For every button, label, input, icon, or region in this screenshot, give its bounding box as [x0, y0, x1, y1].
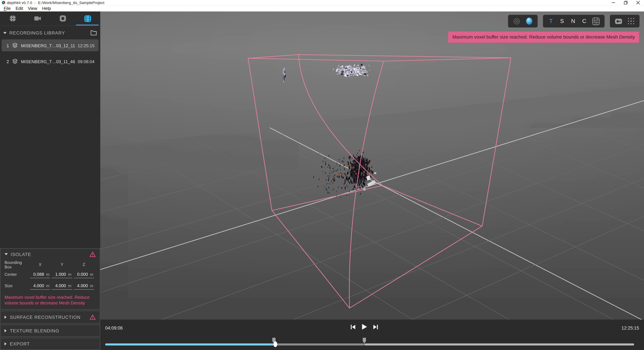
size-y-input[interactable]: 4.000m — [52, 282, 72, 290]
timeline-rest-segment — [364, 344, 634, 346]
surface-reconstruction-panel: SURFACE RECONSTRUCTION — [0, 311, 100, 324]
size-y-value: 4.000 — [55, 283, 66, 288]
viewport-toolbar: T S N C — [508, 15, 640, 27]
open-folder-icon[interactable] — [90, 30, 97, 36]
recording-duration: 09:08:04 — [78, 59, 94, 64]
bounding-box-label: Bounding Box — [4, 260, 30, 269]
sidebar: RECORDINGS LIBRARY 1 M — [0, 11, 100, 350]
recording-item[interactable]: 2 MISENBERG_T…03_11_46_16 09:08:04 — [2, 55, 98, 67]
depthkit-logo-icon — [2, 1, 5, 4]
isolate-header[interactable]: ISOLATE — [0, 249, 100, 259]
timeline[interactable] — [105, 338, 634, 349]
minimize-button[interactable] — [607, 0, 619, 5]
center-x-input[interactable]: 0.088m — [30, 271, 50, 278]
size-label: Size — [4, 283, 30, 290]
mesh-mode-button[interactable] — [523, 15, 535, 27]
sidebar-tabs — [0, 11, 100, 25]
recordings-library-header[interactable]: RECORDINGS LIBRARY — [0, 29, 100, 39]
recordings-library-title: RECORDINGS LIBRARY — [10, 30, 65, 35]
size-x-input[interactable]: 4.000m — [30, 282, 50, 290]
center-row: Center 0.088m 1.000m 0.000m — [0, 269, 100, 278]
app-window: depthkit v0.7.0 - E:/Work/MIsenberg_6s_S… — [0, 0, 644, 350]
center-z-value: 0.000 — [77, 271, 88, 276]
export-header[interactable]: EXPORT — [0, 338, 100, 350]
camera-view-button[interactable] — [612, 15, 624, 27]
texture-mode-t[interactable]: T — [546, 18, 556, 24]
pointcloud-mode-button[interactable] — [510, 15, 523, 27]
play-button[interactable] — [362, 324, 367, 330]
texture-mode-c[interactable]: C — [579, 18, 590, 24]
unit-label: m — [68, 272, 71, 277]
axis-x-label: X — [30, 262, 50, 267]
center-y-value: 1.000 — [55, 271, 66, 276]
menu-help[interactable]: Help — [40, 5, 54, 11]
size-z-input[interactable]: 4.000m — [74, 282, 94, 290]
titlebar: depthkit v0.7.0 - E:/Work/MIsenberg_6s_S… — [0, 0, 644, 5]
isolate-panel: ISOLATE Bounding Box X Y Z Center — [0, 248, 100, 310]
close-button[interactable] — [632, 0, 644, 5]
export-title: EXPORT — [10, 342, 30, 346]
tab-photo[interactable] — [50, 11, 75, 25]
window-title: depthkit v0.7.0 - E:/Work/MIsenberg_6s_S… — [7, 1, 104, 5]
voxel-buffer-warning-banner: Maximum voxel buffer size reached. Reduc… — [448, 32, 639, 43]
size-z-value: 4.000 — [77, 283, 88, 288]
expand-triangle-icon — [4, 316, 6, 319]
wireframe-toggle-button[interactable] — [590, 15, 602, 27]
skip-to-end-button[interactable] — [373, 324, 378, 329]
collapse-triangle-icon — [4, 253, 8, 255]
tab-camera[interactable] — [25, 11, 50, 25]
texture-blending-panel: TEXTURE BLENDING — [0, 325, 100, 337]
pointcloud-icon — [513, 17, 520, 25]
view-options-group — [610, 15, 640, 27]
menu-edit[interactable]: Edit — [13, 5, 26, 11]
menu-file[interactable]: File — [1, 5, 13, 11]
texture-mode-s[interactable]: S — [556, 18, 568, 24]
texture-mode-n[interactable]: N — [568, 18, 578, 24]
texture-blending-title: TEXTURE BLENDING — [10, 328, 59, 333]
menu-view[interactable]: View — [26, 5, 40, 11]
playhead-handle[interactable] — [274, 342, 278, 347]
active-tab-underline — [76, 24, 98, 25]
timeline-progress — [105, 344, 276, 346]
layers-icon — [12, 43, 18, 48]
texture-blending-header[interactable]: TEXTURE BLENDING — [0, 325, 100, 337]
size-x-value: 4.000 — [33, 283, 44, 288]
timeline-mid-segment — [276, 344, 364, 346]
video-camera-icon — [34, 15, 41, 21]
isolate-title: ISOLATE — [11, 252, 31, 257]
wireframe-mesh-icon — [592, 17, 600, 25]
center-label: Center — [4, 272, 30, 278]
tab-editor[interactable] — [75, 11, 100, 25]
unit-label: m — [46, 283, 49, 288]
size-row: Size 4.000m 4.000m 4.000m — [0, 281, 100, 290]
expand-triangle-icon — [4, 342, 6, 346]
skip-to-start-button[interactable] — [350, 324, 356, 329]
tab-calibration[interactable] — [0, 11, 25, 25]
bounds-toggle-button[interactable] — [625, 15, 637, 27]
recording-name: MISENBERG_T…03_12_11_06 — [21, 43, 75, 48]
axis-y-label: Y — [52, 262, 72, 267]
viewport-3d[interactable]: T S N C — [100, 11, 644, 320]
recording-index: 2 — [6, 59, 12, 64]
center-z-input[interactable]: 0.000m — [74, 271, 94, 278]
playback-bar: 04:09:06 12:25:15 — [100, 320, 644, 350]
axis-z-label: Z — [74, 262, 94, 267]
center-y-input[interactable]: 1.000m — [52, 271, 72, 278]
warning-triangle-icon — [90, 251, 96, 257]
expand-triangle-icon — [4, 329, 6, 333]
recording-duration: 12:25:15 — [78, 43, 94, 48]
surface-reconstruction-title: SURFACE RECONSTRUCTION — [10, 315, 80, 320]
out-point-marker[interactable] — [363, 338, 366, 344]
selection-bounds-icon — [628, 17, 634, 25]
restore-button[interactable] — [619, 0, 632, 5]
filmstrip-icon — [84, 15, 91, 22]
layers-icon — [12, 59, 18, 64]
photo-camera-icon — [59, 15, 66, 22]
total-timecode: 12:25:15 — [622, 325, 639, 330]
surface-reconstruction-header[interactable]: SURFACE RECONSTRUCTION — [0, 311, 100, 323]
voxel-buffer-warning-text: Maximum voxel buffer size reached. Reduc… — [0, 292, 100, 310]
collapse-triangle-icon — [3, 32, 7, 34]
unit-label: m — [46, 272, 49, 277]
scene-canvas — [100, 11, 644, 320]
recording-item[interactable]: 1 MISENBERG_T…03_12_11_06 12:25:15 — [2, 39, 98, 51]
